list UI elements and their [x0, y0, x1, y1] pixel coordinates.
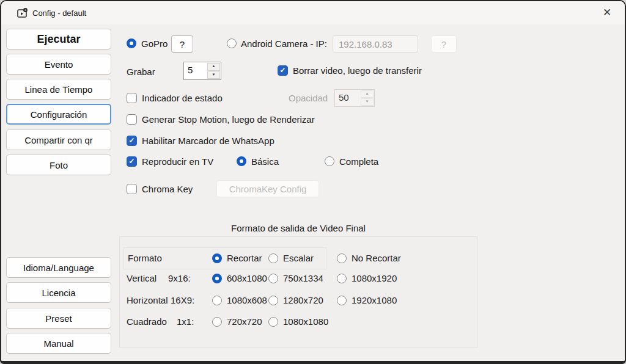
cuadrado-720x720-label: 720x720: [227, 316, 262, 327]
opacidad-value: 50: [335, 90, 360, 106]
horizontal-ratio-label: 16X9:: [171, 295, 194, 306]
horizontal-1080x608-label: 1080x608: [227, 295, 267, 306]
android-camera-label: Android Camera - IP:: [241, 38, 327, 49]
horizontal-1080x608-radio[interactable]: [212, 296, 222, 305]
vertical-1080x1920-radio[interactable]: [337, 274, 347, 283]
grabar-spinner[interactable]: 5 ▲ ▼: [183, 62, 221, 80]
cuadrado-1080x1080-label: 1080x1080: [283, 316, 328, 327]
android-camera-radio[interactable]: [227, 38, 237, 48]
gopro-radio[interactable]: [127, 38, 136, 48]
escalar-label: Escalar: [283, 253, 314, 264]
sidebar-item-configuracion[interactable]: Configuración: [6, 104, 111, 125]
no-recortar-radio[interactable]: [337, 253, 347, 263]
whatsapp-checkbox[interactable]: ✓: [127, 136, 137, 146]
grabar-value[interactable]: 5: [184, 62, 207, 79]
cuadrado-label: Cuadrado: [127, 316, 167, 327]
sidebar-item-compartir-con-qr[interactable]: Compartir con qr: [6, 129, 111, 150]
chroma-key-label: Chroma Key: [142, 184, 193, 195]
vertical-750x1334-radio[interactable]: [268, 274, 278, 283]
cuadrado-ratio-label: 1x1:: [177, 316, 194, 327]
window-title: Config - default: [32, 9, 86, 18]
tv-basica-label: Básica: [251, 156, 279, 167]
sidebar-item-manual[interactable]: Manual: [6, 333, 111, 354]
vertical-1080x1920-label: 1080x1920: [352, 273, 397, 284]
spin-up-icon: ▲: [361, 90, 374, 98]
title-bar: Config - default ✕: [1, 1, 625, 24]
indicador-estado-label: Indicador de estado: [142, 93, 223, 104]
vertical-label: Vertical: [127, 273, 156, 284]
sidebar-item-evento[interactable]: Evento: [6, 54, 111, 75]
recortar-radio[interactable]: [212, 253, 222, 263]
spin-up-icon[interactable]: ▲: [207, 63, 220, 71]
sidebar-item-preset[interactable]: Preset: [6, 308, 111, 329]
stop-motion-label: Generar Stop Motion, luego de Renderizar: [142, 114, 315, 125]
config-window: Config - default ✕ Ejecutar Evento Linea…: [0, 0, 626, 364]
app-icon: [17, 8, 28, 18]
check-icon: ✓: [127, 136, 136, 145]
android-ip-input[interactable]: [333, 35, 418, 53]
sidebar-item-linea-de-tiempo[interactable]: Linea de Tiempo: [6, 79, 111, 100]
format-section-title: Formato de salida de Video Final: [119, 223, 477, 233]
chroma-key-checkbox[interactable]: [127, 184, 137, 194]
reproducir-tv-checkbox[interactable]: ✓: [127, 156, 137, 167]
escalar-radio[interactable]: [268, 253, 278, 263]
whatsapp-label: Habilitar Marcador de WhatsApp: [142, 136, 274, 147]
tv-completa-label: Completa: [339, 156, 378, 167]
formato-label: Formato: [128, 253, 162, 264]
indicador-estado-checkbox[interactable]: [127, 93, 137, 103]
tv-completa-radio[interactable]: [325, 156, 334, 166]
cuadrado-720x720-radio[interactable]: [212, 317, 222, 327]
no-recortar-label: No Recortar: [352, 253, 401, 264]
horizontal-1280x720-label: 1280x720: [283, 295, 323, 306]
horizontal-label: Horizontal: [127, 295, 168, 306]
borrar-video-checkbox[interactable]: ✓: [278, 65, 288, 76]
sidebar-item-foto[interactable]: Foto: [6, 155, 111, 175]
close-icon[interactable]: ✕: [598, 5, 616, 21]
spin-down-icon: ▼: [361, 98, 374, 106]
gopro-help-button[interactable]: ?: [171, 35, 193, 53]
vertical-608x1080-radio[interactable]: [212, 274, 222, 283]
borrar-video-label: Borrar video, luego de transferir: [293, 65, 422, 76]
vertical-750x1334-label: 750x1334: [283, 273, 323, 284]
cuadrado-1080x1080-radio[interactable]: [268, 317, 278, 327]
vertical-608x1080-label: 608x1080: [227, 273, 267, 284]
check-icon: ✓: [278, 66, 287, 75]
sidebar-item-idioma[interactable]: Idioma/Language: [6, 257, 111, 278]
sidebar-item-licencia[interactable]: Licencia: [6, 282, 111, 303]
android-help-button[interactable]: ?: [431, 35, 457, 53]
recortar-label: Recortar: [227, 253, 262, 264]
spin-down-icon[interactable]: ▼: [207, 71, 220, 79]
vertical-ratio-label: 9x16:: [168, 273, 191, 284]
check-icon: ✓: [127, 157, 136, 166]
reproducir-tv-label: Reproducir en TV: [142, 156, 213, 167]
tv-basica-radio[interactable]: [237, 156, 246, 166]
horizontal-1920x1080-label: 1920x1080: [352, 295, 397, 306]
stop-motion-checkbox[interactable]: [127, 114, 137, 125]
sidebar-item-ejecutar[interactable]: Ejecutar: [6, 29, 111, 49]
horizontal-1280x720-radio[interactable]: [268, 296, 278, 305]
chromakey-config-button[interactable]: ChromaKey Config: [216, 180, 319, 197]
horizontal-1920x1080-radio[interactable]: [337, 296, 347, 305]
opacidad-spinner: 50 ▲ ▼: [334, 89, 375, 107]
opacidad-label: Opacidad: [289, 93, 328, 104]
gopro-label: GoPro: [141, 38, 168, 49]
grabar-label: Grabar: [127, 67, 155, 78]
